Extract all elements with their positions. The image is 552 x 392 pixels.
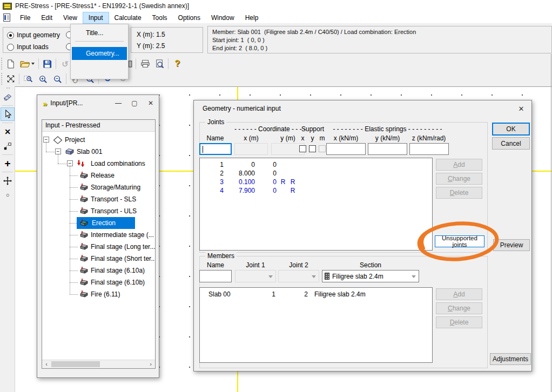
tree-node-label[interactable]: Transport - ULS bbox=[91, 205, 137, 217]
joint-row[interactable]: 3 0.100 0 R R bbox=[200, 178, 432, 186]
zoom-out-button[interactable] bbox=[51, 72, 64, 85]
menu-file[interactable]: File bbox=[15, 12, 36, 24]
status-member-line: Member: Slab 001 (Filigree slab 2.4m / C… bbox=[212, 29, 416, 35]
point-tool[interactable]: ○ bbox=[1, 188, 15, 201]
tree-node-label[interactable]: Release bbox=[91, 170, 115, 181]
joint-row[interactable]: 1 0 0 bbox=[200, 160, 432, 169]
move-tool[interactable] bbox=[1, 174, 15, 187]
document-icon[interactable] bbox=[3, 13, 10, 22]
menu-tools[interactable]: Tools bbox=[147, 12, 173, 24]
tree-node-label[interactable]: Slab 001 bbox=[77, 146, 102, 158]
input-menu-dropdown: Title... Geometry... bbox=[70, 24, 129, 79]
collapse-toggle[interactable]: − bbox=[55, 148, 61, 154]
joints-list[interactable]: 1 0 0 2 8.000 0 3 0.100 0 R R 4 7.900 0 bbox=[199, 158, 433, 251]
support-y-label: y bbox=[309, 134, 316, 142]
select-tool[interactable] bbox=[1, 107, 15, 121]
tree-close-button[interactable]: ✕ bbox=[143, 98, 159, 109]
member-joint2: 2 bbox=[265, 290, 308, 299]
collapse-toggle[interactable]: − bbox=[43, 137, 49, 143]
tree-window-titlebar[interactable]: » Input/[PR... — ▢ ✕ bbox=[37, 95, 159, 111]
app-logo-icon bbox=[3, 3, 12, 10]
tree-horizontal-scrollbar[interactable]: ‹ › bbox=[42, 360, 155, 368]
member-joint1-dropdown bbox=[235, 270, 276, 282]
joint-row[interactable]: 4 7.900 0 R bbox=[200, 186, 432, 195]
tree-node-label[interactable]: Transport - SLS bbox=[91, 193, 136, 205]
print-preview-button[interactable] bbox=[153, 57, 166, 70]
tree-node-label[interactable]: Storage/Maturing bbox=[91, 181, 140, 193]
tree-node-label[interactable]: Load combinations bbox=[91, 158, 145, 170]
support-y-checkbox[interactable] bbox=[309, 145, 316, 152]
toolbar-grip[interactable] bbox=[1, 58, 3, 70]
spring-x-input[interactable] bbox=[326, 143, 366, 155]
input-geometry-radio[interactable]: Input geometry bbox=[7, 31, 60, 39]
preview-button[interactable]: Preview bbox=[493, 239, 530, 251]
tree-connector bbox=[58, 154, 58, 164]
joint-x-input bbox=[234, 143, 268, 155]
menu-view[interactable]: View bbox=[58, 12, 83, 24]
menu-edit[interactable]: Edit bbox=[36, 12, 58, 24]
collapse-toggle[interactable]: − bbox=[67, 160, 73, 166]
delete-tool[interactable]: ✕ bbox=[1, 125, 15, 138]
toolbar-grip[interactable] bbox=[6, 87, 10, 89]
save-button[interactable] bbox=[41, 57, 54, 70]
member-row[interactable]: Slab 00 1 2 Filigree slab 2.4m bbox=[200, 290, 432, 299]
spring-z-input[interactable] bbox=[409, 143, 449, 155]
scroll-left-arrow[interactable]: ‹ bbox=[42, 360, 51, 368]
input-loads-radio[interactable]: Input loads bbox=[7, 43, 49, 51]
tree-node-label[interactable]: Final stage (6.10b) bbox=[91, 276, 145, 288]
tree-node-label[interactable]: Fire (6.11) bbox=[91, 288, 120, 300]
menu-options[interactable]: Options bbox=[173, 12, 206, 24]
member-name-input[interactable] bbox=[199, 270, 232, 282]
tree-minimize-button[interactable]: — bbox=[110, 98, 126, 109]
menu-input[interactable]: Input bbox=[83, 12, 109, 24]
joint-support-y: R bbox=[288, 186, 297, 195]
scroll-thumb[interactable] bbox=[51, 361, 100, 367]
move-node-tool[interactable] bbox=[1, 139, 15, 153]
support-x-checkbox[interactable] bbox=[299, 145, 306, 152]
support-m-label: m bbox=[319, 134, 326, 142]
tree-node-label[interactable]: Final stage (6.10a) bbox=[91, 265, 145, 276]
dialog-titlebar[interactable]: Geometry - numerical input bbox=[194, 100, 531, 117]
open-dropdown-caret[interactable] bbox=[31, 63, 35, 65]
tree-node-label[interactable]: Project bbox=[65, 134, 85, 146]
open-button[interactable] bbox=[18, 57, 36, 70]
menu-calculate[interactable]: Calculate bbox=[109, 12, 147, 24]
tree-connector bbox=[70, 187, 78, 188]
draw-member-tool[interactable] bbox=[1, 90, 15, 103]
unsupported-joints-button[interactable]: Unsupported joints bbox=[435, 235, 484, 247]
tree-node-label[interactable]: Erection bbox=[90, 217, 118, 229]
tree-connector bbox=[70, 271, 78, 271]
help-button[interactable]: ? bbox=[171, 57, 184, 70]
printer-icon bbox=[140, 59, 150, 68]
tree-node-label[interactable]: Final stage (Long ter... bbox=[91, 241, 155, 253]
ok-button[interactable]: OK bbox=[492, 123, 530, 136]
menu-item-geometry[interactable]: Geometry... bbox=[72, 47, 127, 60]
adjustments-button[interactable]: Adjustments bbox=[490, 353, 531, 365]
tree-node-label[interactable]: Final stage (Short ter... bbox=[91, 253, 155, 265]
dialog-close-button[interactable]: ✕ bbox=[513, 102, 530, 115]
member-section-dropdown[interactable]: Filigree slab 2.4m bbox=[322, 270, 419, 282]
zoom-in-button[interactable] bbox=[36, 72, 50, 85]
zoom-extents-button[interactable] bbox=[4, 72, 17, 85]
zoom-window-button[interactable] bbox=[22, 72, 35, 85]
toolbar-separator bbox=[168, 58, 169, 69]
new-button[interactable] bbox=[4, 57, 17, 70]
members-list[interactable]: Slab 00 1 2 Filigree slab 2.4m bbox=[199, 287, 433, 363]
member-name: Slab 00 bbox=[208, 290, 231, 299]
scroll-right-arrow[interactable]: › bbox=[146, 360, 155, 368]
cancel-button[interactable]: Cancel bbox=[492, 137, 530, 150]
menu-item-title[interactable]: Title... bbox=[72, 26, 127, 39]
menu-help[interactable]: Help bbox=[240, 12, 264, 24]
print-button[interactable] bbox=[138, 57, 152, 70]
springs-header: - - - - - - - - Elastic springs - - - - … bbox=[326, 125, 449, 133]
tree-node-label[interactable]: Intermediate stage (... bbox=[91, 229, 154, 241]
load-case-icon bbox=[79, 172, 89, 180]
add-joint-tool[interactable]: + bbox=[1, 157, 15, 170]
joint-name-input[interactable] bbox=[199, 143, 232, 155]
toolbar-separator bbox=[136, 58, 136, 69]
tree-maximize-button[interactable]: ▢ bbox=[126, 98, 143, 109]
toolbar-grip[interactable] bbox=[1, 73, 3, 85]
menu-window[interactable]: Window bbox=[206, 12, 240, 24]
spring-y-input[interactable] bbox=[368, 143, 407, 155]
joint-row[interactable]: 2 8.000 0 bbox=[200, 169, 432, 178]
